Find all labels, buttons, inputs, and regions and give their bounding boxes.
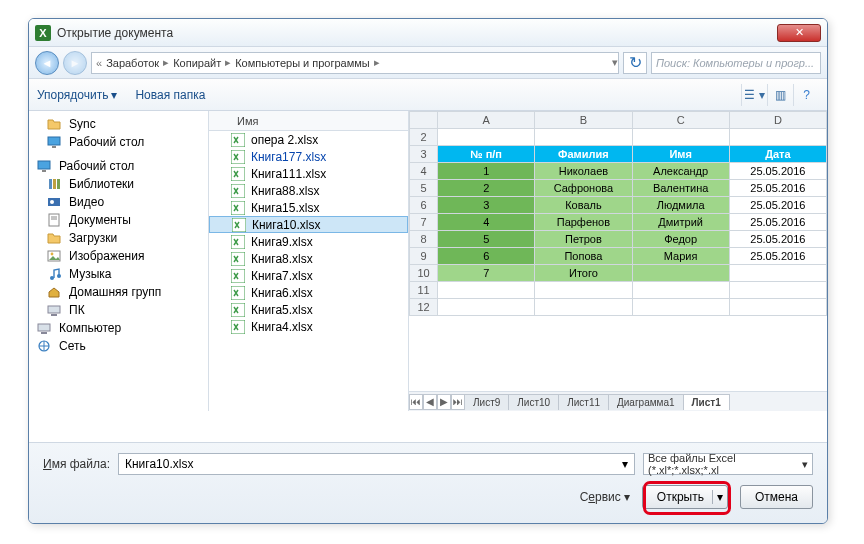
sidebar-item[interactable]: Загрузки	[29, 229, 208, 247]
breadcrumb[interactable]: « Заработок▸ Копирайт▸ Компьютеры и прог…	[91, 52, 619, 74]
search-input[interactable]: Поиск: Компьютеры и прогр...	[651, 52, 821, 74]
row-header[interactable]: 3	[410, 146, 438, 163]
dialog-window: Открытие документа ✕ ◄ ► « Заработок▸ Ко…	[28, 18, 828, 524]
file-item[interactable]: Книга8.xlsx	[209, 250, 408, 267]
new-folder-button[interactable]: Новая папка	[135, 88, 205, 102]
excel-file-icon	[231, 235, 245, 249]
sheet-tabs: ⏮◀▶⏭Лист9Лист10Лист11Диаграмма1Лист1	[409, 391, 827, 411]
row-header[interactable]: 9	[410, 248, 438, 265]
help-button[interactable]: ?	[793, 84, 819, 106]
sheet-tab[interactable]: Лист1	[683, 394, 730, 410]
file-list-header[interactable]: Имя	[209, 111, 408, 131]
tab-nav-first[interactable]: ⏮	[409, 394, 423, 410]
folder-icon	[47, 267, 63, 281]
forward-button[interactable]: ►	[63, 51, 87, 75]
row-header[interactable]: 5	[410, 180, 438, 197]
sidebar-item[interactable]: Рабочий стол	[29, 157, 208, 175]
sheet-tab[interactable]: Лист9	[464, 394, 509, 410]
sidebar-item-label: Домашняя групп	[69, 285, 161, 299]
sheet-tab[interactable]: Лист10	[508, 394, 559, 410]
col-header[interactable]: C	[632, 112, 729, 129]
table-cell: Коваль	[535, 197, 632, 214]
file-name: Книга8.xlsx	[251, 252, 313, 266]
preview-pane-button[interactable]: ▥	[767, 84, 793, 106]
table-cell: 1	[438, 163, 535, 180]
filename-label: Имя файла:	[43, 457, 110, 471]
table-header-cell: Дата	[729, 146, 826, 163]
table-cell: 25.05.2016	[729, 197, 826, 214]
sidebar-item[interactable]: Сеть	[29, 337, 208, 355]
file-name: Книга177.xlsx	[251, 150, 326, 164]
sidebar-item[interactable]: Видео	[29, 193, 208, 211]
sidebar-item-label: Загрузки	[69, 231, 117, 245]
table-cell: 25.05.2016	[729, 231, 826, 248]
chevron-down-icon: ▾	[624, 490, 630, 504]
folder-icon	[37, 159, 53, 173]
col-header[interactable]: D	[729, 112, 826, 129]
tab-nav-next[interactable]: ▶	[437, 394, 451, 410]
row-header[interactable]: 10	[410, 265, 438, 282]
file-item[interactable]: Книга15.xlsx	[209, 199, 408, 216]
table-cell: 5	[438, 231, 535, 248]
view-button[interactable]: ☰ ▾	[741, 84, 767, 106]
filename-input[interactable]: Книга10.xlsx▾	[118, 453, 635, 475]
chevron-down-icon: ▾	[712, 490, 723, 504]
sidebar-item[interactable]: Музыка	[29, 265, 208, 283]
file-name: Книга4.xlsx	[251, 320, 313, 334]
sidebar-item-label: Компьютер	[59, 321, 121, 335]
row-header[interactable]: 6	[410, 197, 438, 214]
sidebar-item[interactable]: Sync	[29, 115, 208, 133]
sidebar-item-label: ПК	[69, 303, 85, 317]
sidebar-item-label: Sync	[69, 117, 96, 131]
tools-button[interactable]: Сервис ▾	[580, 490, 630, 504]
file-item[interactable]: опера 2.xlsx	[209, 131, 408, 148]
sidebar-item[interactable]: Домашняя групп	[29, 283, 208, 301]
folder-icon	[37, 321, 53, 335]
refresh-button[interactable]: ↻	[623, 52, 647, 74]
file-name: Книга5.xlsx	[251, 303, 313, 317]
folder-icon	[47, 135, 63, 149]
sidebar-item[interactable]: Компьютер	[29, 319, 208, 337]
sidebar-item-label: Рабочий стол	[69, 135, 144, 149]
file-item[interactable]: Книга7.xlsx	[209, 267, 408, 284]
open-button[interactable]: Открыть▾	[642, 485, 728, 509]
cancel-button[interactable]: Отмена	[740, 485, 813, 509]
table-cell: 6	[438, 248, 535, 265]
file-item[interactable]: Книга6.xlsx	[209, 284, 408, 301]
window-title: Открытие документа	[57, 26, 777, 40]
file-item[interactable]: Книга4.xlsx	[209, 318, 408, 335]
table-cell: Дмитрий	[632, 214, 729, 231]
col-header[interactable]: B	[535, 112, 632, 129]
row-header[interactable]: 12	[410, 299, 438, 316]
back-button[interactable]: ◄	[35, 51, 59, 75]
file-name: Книга7.xlsx	[251, 269, 313, 283]
row-header[interactable]: 4	[410, 163, 438, 180]
file-item[interactable]: Книга88.xlsx	[209, 182, 408, 199]
close-button[interactable]: ✕	[777, 24, 821, 42]
file-item[interactable]: Книга111.xlsx	[209, 165, 408, 182]
filetype-select[interactable]: Все файлы Excel (*.xl*;*.xlsx;*.xl▾	[643, 453, 813, 475]
sidebar-item[interactable]: Рабочий стол	[29, 133, 208, 151]
tab-nav-prev[interactable]: ◀	[423, 394, 437, 410]
sidebar-item[interactable]: Документы	[29, 211, 208, 229]
sidebar-item[interactable]: Изображения	[29, 247, 208, 265]
row-header[interactable]: 2	[410, 129, 438, 146]
organize-button[interactable]: Упорядочить ▾	[37, 88, 117, 102]
sheet-tab[interactable]: Лист11	[558, 394, 609, 410]
file-item[interactable]: Книга5.xlsx	[209, 301, 408, 318]
row-header[interactable]: 8	[410, 231, 438, 248]
row-header[interactable]: 7	[410, 214, 438, 231]
file-item[interactable]: Книга9.xlsx	[209, 233, 408, 250]
sidebar-item[interactable]: ПК	[29, 301, 208, 319]
excel-file-icon	[231, 320, 245, 334]
sheet-tab[interactable]: Диаграмма1	[608, 394, 684, 410]
col-header[interactable]: A	[438, 112, 535, 129]
folder-icon	[47, 285, 63, 299]
file-item[interactable]: Книга177.xlsx	[209, 148, 408, 165]
row-header[interactable]: 11	[410, 282, 438, 299]
file-item[interactable]: Книга10.xlsx	[209, 216, 408, 233]
tab-nav-last[interactable]: ⏭	[451, 394, 465, 410]
file-list: Имя опера 2.xlsxКнига177.xlsxКнига111.xl…	[209, 111, 409, 411]
sidebar-item[interactable]: Библиотеки	[29, 175, 208, 193]
table-cell	[729, 265, 826, 282]
